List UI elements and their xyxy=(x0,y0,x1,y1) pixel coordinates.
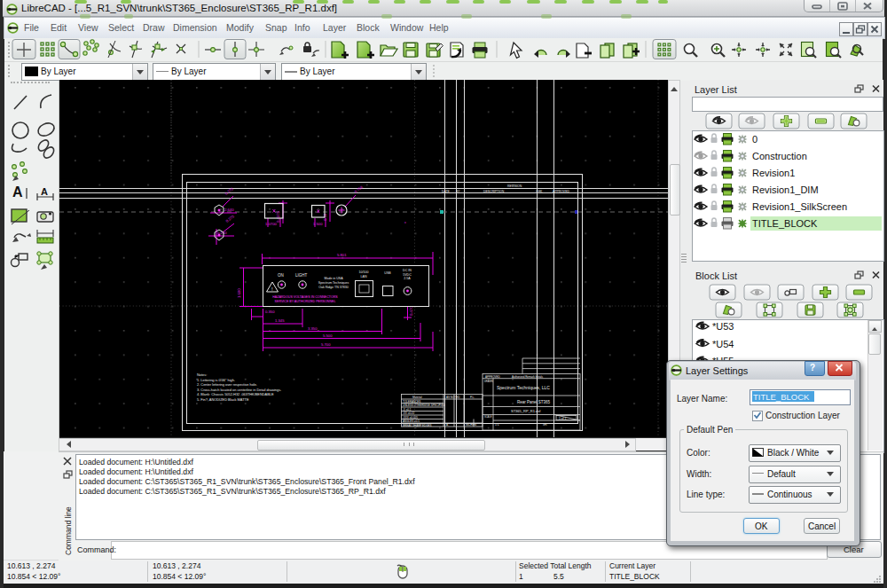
svg-text:5.500: 5.500 xyxy=(323,333,333,338)
svg-text:SCALE: SCALE xyxy=(484,415,492,419)
svg-text:Revision1: Revision1 xyxy=(752,168,795,178)
svg-text:AS NOTED: AS NOTED xyxy=(446,396,460,399)
svg-text:UNLESS OTHERWISE SPECIFIED: UNLESS OTHERWISE SPECIFIED xyxy=(403,404,445,407)
svg-text:Revision1_DIM: Revision1_DIM xyxy=(752,184,819,195)
svg-text:Rear Panel ST365: Rear Panel ST365 xyxy=(517,400,551,404)
svg-text:Spectrum Techniques: Spectrum Techniques xyxy=(318,281,349,285)
svg-text:Oak Ridge TN 37830: Oak Ridge TN 37830 xyxy=(318,286,349,289)
svg-text:2.640: 2.640 xyxy=(224,208,234,212)
svg-text:TITLE_BLOCK: TITLE_BLOCK xyxy=(752,218,818,229)
svg-text:P.L.: P.L. xyxy=(470,396,475,399)
svg-text:1.500: 1.500 xyxy=(313,222,323,226)
svg-text:TOLERANCES: TOLERANCES xyxy=(403,400,420,404)
svg-text:BREAK SHARP EDGES: BREAK SHARP EDGES xyxy=(403,424,432,427)
svg-text:A: A xyxy=(41,186,48,197)
svg-text:x: x xyxy=(404,221,406,224)
svg-text:Command line: Command line xyxy=(64,506,73,555)
svg-text:ANGLES ±0.5: ANGLES ±0.5 xyxy=(403,419,420,423)
svg-text:INCH/mil: INCH/mil xyxy=(466,423,476,427)
svg-text:Revision1_SilkScreen: Revision1_SilkScreen xyxy=(752,201,847,212)
svg-text:.X ±0.1: .X ±0.1 xyxy=(403,408,412,412)
svg-text:1.345: 1.345 xyxy=(275,318,285,323)
svg-text:1.600: 1.600 xyxy=(237,288,241,298)
svg-text:DATE: DATE xyxy=(442,190,451,193)
svg-text:Spectrum Techniques, LLC: Spectrum Techniques, LLC xyxy=(497,385,550,390)
svg-text:5.801: 5.801 xyxy=(337,253,347,257)
svg-text:USB: USB xyxy=(384,271,391,275)
svg-text:2. Center lettering over respe: 2. Center lettering over respective hole… xyxy=(197,382,257,387)
svg-text:DC IN: DC IN xyxy=(403,269,412,272)
svg-text:*U53: *U53 xyxy=(712,321,734,332)
svg-text:3.350: 3.350 xyxy=(308,326,318,331)
svg-text:APPROVED: APPROVED xyxy=(553,190,569,193)
svg-text:1 of 1: 1 of 1 xyxy=(559,417,567,420)
svg-text:1. Lettering is 0.06" high.: 1. Lettering is 0.06" high. xyxy=(197,378,235,382)
svg-text:LAN: LAN xyxy=(361,275,367,278)
svg-text:*U54: *U54 xyxy=(712,339,734,349)
svg-text:5.700: 5.700 xyxy=(321,342,331,347)
svg-text:0: 0 xyxy=(752,134,757,145)
svg-text:SHT: SHT xyxy=(543,423,548,427)
svg-text:5. Fin?, ANODIZED Black MATTE: 5. Fin?, ANODIZED Black MATTE xyxy=(197,397,249,402)
svg-text:0.470: 0.470 xyxy=(409,306,413,316)
svg-text:A: A xyxy=(12,184,23,200)
svg-text:1:1: 1:1 xyxy=(495,423,499,427)
svg-text:BY: BY xyxy=(456,190,460,193)
svg-text:A: A xyxy=(446,423,448,427)
svg-text:1.0700: 1.0700 xyxy=(265,222,277,226)
svg-text:4. Blank: Chassis 5052-H32 .06: 4. Blank: Chassis 5052-H32 .063THK/BENDA… xyxy=(197,392,274,396)
svg-text:3. Cross-hatch located on cent: 3. Cross-hatch located on centerline in … xyxy=(197,388,281,392)
svg-text:0.4375: 0.4375 xyxy=(276,211,280,223)
svg-text:DRAWN: DRAWN xyxy=(484,380,493,383)
svg-text:0.350: 0.350 xyxy=(265,310,275,314)
svg-text:Notes:: Notes: xyxy=(197,372,207,377)
svg-text:LIGHT: LIGHT xyxy=(295,273,308,278)
svg-text:Construction: Construction xyxy=(752,151,807,161)
svg-text:.XX ±0.01: .XX ±0.01 xyxy=(403,412,414,415)
svg-text:SERVICE BY AUTHORIZED PERSONNE: SERVICE BY AUTHORIZED PERSONNEL xyxy=(275,300,336,303)
svg-text:Authorized Remark Initials: Authorized Remark Initials xyxy=(512,375,544,379)
svg-text:APPROVED: APPROVED xyxy=(485,375,501,379)
svg-text:Material: Material xyxy=(412,396,422,399)
svg-text:HAZARDOUS VOLTAGES IN CONNECTO: HAZARDOUS VOLTAGES IN CONNECTORS xyxy=(272,295,338,299)
svg-text:.XXX ±0.005: .XXX ±0.005 xyxy=(403,416,418,419)
svg-text:ST365_RP_R1.dxf: ST365_RP_R1.dxf xyxy=(511,409,541,413)
svg-text:5VDC: 5VDC xyxy=(403,273,412,277)
svg-text:REVISION: REVISION xyxy=(507,184,522,188)
svg-text:ON: ON xyxy=(278,273,284,278)
svg-text:CHK: CHK xyxy=(536,190,543,193)
svg-text:Made in USA: Made in USA xyxy=(324,277,343,280)
svg-text:10/100: 10/100 xyxy=(359,270,369,274)
svg-text:DESCRIPTION: DESCRIPTION xyxy=(483,190,505,193)
svg-text:2.5A: 2.5A xyxy=(404,277,411,280)
